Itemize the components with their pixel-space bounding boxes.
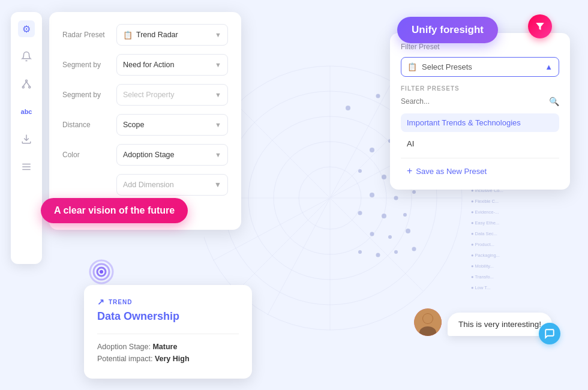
svg-point-43 [406, 229, 410, 233]
svg-text:● Evidence-...: ● Evidence-... [471, 209, 499, 215]
color-select[interactable]: Adoption Stage ▼ [116, 144, 228, 166]
sidebar-icon-abc[interactable]: abc [18, 103, 35, 120]
svg-text:● Mobility...: ● Mobility... [471, 263, 494, 269]
adoption-value: Mature [152, 343, 177, 351]
chat-avatar [414, 308, 442, 336]
filter-item-important-trends[interactable]: Important Trends & Technologies [401, 113, 559, 132]
filter-preset-icon: 📋 [407, 62, 417, 71]
trend-adoption-stage: Adoption Stage: Mature [97, 343, 239, 351]
segment-by-2-label: Segment by [62, 91, 116, 99]
svg-line-4 [26, 82, 29, 86]
chat-area: This is very interesting! [414, 308, 552, 336]
svg-point-40 [403, 213, 407, 217]
radar-preset-chevron: ▼ [215, 31, 221, 38]
color-row: Color Adoption Stage ▼ [62, 144, 228, 166]
distance-row: Distance Scope ▼ [62, 114, 228, 136]
svg-point-69 [423, 314, 433, 323]
segment-by-1-select[interactable]: Need for Action ▼ [116, 54, 228, 76]
save-plus-icon: + [407, 166, 412, 176]
svg-text:● Easy Ethe...: ● Easy Ethe... [471, 220, 499, 226]
svg-point-32 [382, 175, 386, 179]
sidebar-icon-nodes[interactable] [18, 76, 35, 92]
filter-search-row: 🔍 [401, 97, 559, 106]
trend-potential-impact: Potential impact: Very High [97, 355, 239, 363]
color-label: Color [62, 151, 116, 159]
svg-point-29 [370, 148, 374, 152]
trend-card-title: Data Ownership [97, 310, 239, 323]
svg-point-38 [358, 211, 362, 215]
segment-by-2-row: Segment by Select Property ▼ [62, 84, 228, 106]
svg-text:● Data Sec...: ● Data Sec... [471, 231, 497, 236]
svg-point-44 [358, 250, 362, 254]
filter-select-placeholder: Select Presets [422, 62, 472, 71]
filter-divider [401, 158, 559, 158]
filter-item-ai[interactable]: AI [401, 134, 559, 153]
svg-point-47 [412, 247, 416, 251]
chat-icon-button[interactable] [539, 323, 560, 344]
radar-select-icon: 📋 [123, 31, 133, 40]
filter-icon-button[interactable] [528, 14, 552, 38]
segment-by-1-chevron: ▼ [215, 61, 221, 68]
distance-label: Distance [62, 121, 116, 129]
filter-select-left: 📋 Select Presets [407, 62, 472, 71]
radar-preset-label: Radar Preset [62, 31, 116, 39]
svg-point-39 [382, 214, 386, 218]
impact-value: Very High [155, 355, 190, 363]
filter-chevron-up: ▲ [545, 62, 553, 71]
clear-vision-badge: A clear vision of the future [41, 198, 188, 223]
svg-point-2 [29, 86, 31, 88]
distance-select[interactable]: Scope ▼ [116, 114, 228, 136]
segment-by-2-value: Select Property [123, 91, 174, 99]
svg-point-35 [370, 193, 374, 197]
svg-point-65 [100, 270, 103, 274]
add-dimension-label: Add Dimension [123, 181, 174, 189]
svg-point-45 [376, 253, 380, 257]
sidebar: ⚙ abc [11, 12, 42, 264]
svg-point-36 [394, 196, 398, 200]
sidebar-icon-list[interactable] [18, 158, 35, 175]
svg-text:● Packaging...: ● Packaging... [471, 253, 500, 258]
segment-by-1-label: Segment by [62, 61, 116, 69]
svg-point-0 [26, 80, 28, 82]
trend-arrow-icon: ↗ [97, 297, 105, 307]
svg-point-24 [376, 94, 380, 98]
segment-by-2-select[interactable]: Select Property ▼ [116, 84, 228, 106]
impact-label: Potential impact: [97, 355, 152, 363]
filter-save-row[interactable]: + Save as New Preset [401, 163, 559, 179]
radar-preset-value: Trend Radar [136, 31, 178, 39]
sidebar-icon-settings[interactable]: ⚙ [18, 20, 35, 37]
add-dimension-row: Add Dimension ▼ [62, 174, 228, 196]
filter-select-box[interactable]: 📋 Select Presets ▲ [401, 57, 559, 77]
distance-value: Scope [123, 121, 144, 129]
distance-chevron: ▼ [215, 121, 221, 128]
filter-save-label: Save as New Preset [416, 167, 487, 176]
avatar-image [414, 308, 442, 336]
chat-bubble: This is very interesting! [448, 313, 552, 336]
svg-text:● Flexible C...: ● Flexible C... [471, 199, 499, 204]
svg-point-1 [22, 86, 24, 88]
svg-text:● Transfo...: ● Transfo... [471, 274, 494, 280]
trend-card: ↗ TREND Data Ownership Adoption Stage: M… [84, 285, 252, 379]
radar-preset-select[interactable]: 📋 Trend Radar ▼ [116, 24, 228, 46]
color-chevron: ▼ [215, 151, 221, 158]
unify-foresight-badge: Unify foresight [397, 17, 498, 43]
filter-panel-title: Filter Preset [401, 43, 559, 51]
svg-text:● Low T...: ● Low T... [471, 285, 490, 290]
trend-label-text: TREND [109, 299, 132, 305]
trend-label-row: ↗ TREND [97, 297, 239, 307]
sidebar-icon-download[interactable] [18, 131, 35, 148]
svg-point-41 [370, 232, 374, 236]
sidebar-icon-bell[interactable] [18, 48, 35, 65]
segment-by-1-value: Need for Action [123, 61, 174, 69]
trend-card-divider [97, 334, 239, 334]
trend-target-icon [89, 259, 114, 284]
filter-presets-label: FILTER PRESETS [401, 85, 559, 92]
svg-text:● Product...: ● Product... [471, 242, 494, 247]
filter-search-input[interactable] [401, 97, 544, 106]
settings-panel: Radar Preset 📋 Trend Radar ▼ Segment by … [49, 12, 241, 230]
svg-line-3 [23, 82, 26, 86]
segment-by-2-chevron: ▼ [215, 91, 221, 98]
add-dimension-select[interactable]: Add Dimension ▼ [116, 174, 228, 196]
add-dimension-chevron: ▼ [214, 181, 221, 189]
filter-panel: Filter Preset 📋 Select Presets ▲ FILTER … [390, 33, 570, 190]
